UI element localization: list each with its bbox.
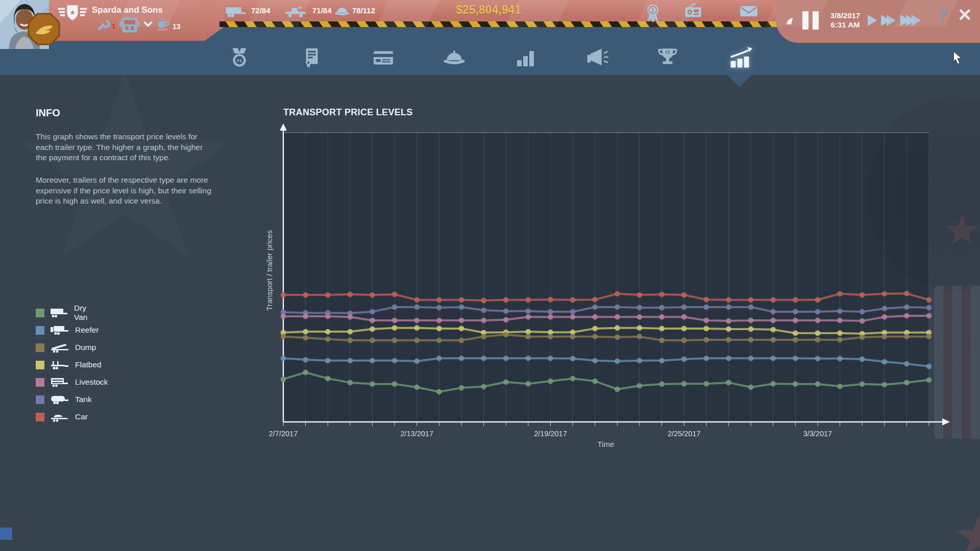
nav-tab-achievements[interactable]: #1 [222,41,257,76]
data-point [459,385,464,391]
trophy-icon: #1 [655,46,680,70]
data-point [770,337,776,343]
company-level-badge[interactable] [27,12,61,48]
data-point [436,338,442,343]
data-point [860,335,865,340]
data-point [436,318,442,323]
radio-icon[interactable] [683,2,703,19]
fastest-forward-button[interactable] [899,13,923,28]
minimized-window-square[interactable] [0,528,12,540]
data-point [659,338,665,343]
nav-tab-marketing[interactable] [579,41,614,76]
driver-cap-icon [334,4,350,18]
data-point [281,356,286,361]
data-point [436,356,442,361]
data-point [303,329,308,335]
data-point [748,297,754,303]
legend-label: Flatbed [75,360,102,369]
data-point [726,380,731,386]
mail-icon[interactable] [739,4,758,18]
data-point [481,318,486,323]
nav-tab-staff[interactable] [437,41,472,76]
data-point [904,334,910,339]
legend-item-reefer[interactable]: Reefer [36,322,99,338]
data-point [637,314,643,320]
legend-color-swatch [36,343,44,352]
legend-item-dump[interactable]: Dump [36,340,96,355]
x-tick-label: 2/13/2017 [400,430,433,438]
achievement-ribbon-icon[interactable]: 1 [645,3,660,23]
data-point [325,329,331,335]
company-logo-icon: ★ [57,3,88,24]
data-point [436,326,442,332]
data-point [281,292,286,298]
legend-item-livestock[interactable]: Livestock [36,374,108,390]
data-point [348,380,353,386]
data-point [726,297,731,303]
data-point [348,292,353,297]
data-point [592,358,598,363]
data-point [815,337,821,343]
data-point [392,358,398,363]
nav-tab-price-levels[interactable] [722,41,757,76]
data-point [837,318,843,323]
data-point [703,337,709,343]
nav-tab-ranking[interactable]: #1 [650,41,685,76]
data-point [904,291,910,296]
data-point [926,377,932,383]
coffee-cup-icon[interactable] [156,16,171,32]
pause-button[interactable] [800,10,822,31]
data-point [414,325,420,331]
data-point [525,329,531,335]
legend-item-tank[interactable]: Tank [36,392,92,407]
active-tab-pointer [727,75,752,87]
data-point [325,376,331,382]
data-point [637,334,643,339]
close-button[interactable]: ✕ [958,6,972,23]
nav-tab-statistics[interactable] [508,41,543,76]
data-point [926,334,932,339]
data-point [860,309,865,315]
data-point [348,329,353,335]
x-axis-label: Time [598,440,615,448]
fast-forward-button[interactable] [880,13,897,28]
data-point [392,318,398,323]
nav-tab-contracts[interactable] [294,41,329,76]
data-point [459,326,464,332]
data-point [592,314,598,320]
play-button[interactable] [867,13,878,28]
legend-item-flatbed[interactable]: Flatbed [36,357,102,372]
ribbon-badge-count: 1 [651,7,654,13]
legend-label: Dry Van [74,304,88,322]
app-window: #1 #1 [0,0,980,551]
data-point [459,305,464,310]
data-point [325,292,331,298]
data-point [525,356,531,361]
legend-item-dry-van[interactable]: Dry Van [36,305,88,320]
data-point [414,297,420,303]
data-point [681,326,687,332]
data-point [503,297,509,303]
data-point [793,331,798,336]
chart-canvas: 2/7/20172/13/20172/19/20172/25/20173/3/2… [265,122,960,459]
x-tick-label: 2/19/2017 [534,430,567,438]
data-point [348,338,353,343]
legend-color-swatch [36,413,44,421]
truck-menu-icon[interactable] [119,16,140,34]
repair-wrench-icon[interactable] [96,18,110,33]
data-point [548,297,553,303]
chevron-down-icon[interactable] [143,20,153,27]
nav-tab-finances[interactable] [366,41,401,76]
data-point [837,291,843,296]
drivers-count: 78/112 [352,6,375,15]
help-button[interactable]: ? [938,6,947,23]
data-point [860,318,865,324]
legend-item-car[interactable]: Car [36,409,88,424]
data-point [459,318,464,323]
data-point [525,308,531,314]
data-point [793,337,798,343]
data-point [726,337,731,343]
data-point [392,305,398,310]
data-point [370,358,375,363]
data-point [481,308,486,313]
